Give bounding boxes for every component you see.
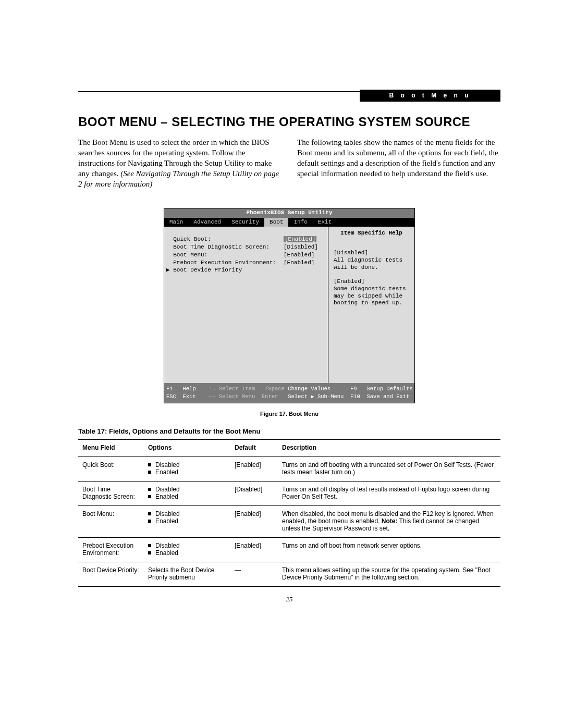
- footer-key-updown: ↑↓: [209, 385, 219, 393]
- th-options: Options: [144, 439, 230, 456]
- bios-row-value: [Enabled]: [284, 252, 328, 259]
- bios-tab-boot[interactable]: Boot: [264, 218, 288, 227]
- cell-description: Turns on and off booting with a truncate…: [278, 456, 500, 481]
- table-row: Boot Device Priority:Selects the Boot De…: [78, 562, 500, 586]
- cell-field: Boot Menu:: [78, 505, 144, 537]
- cell-default: [Enabled]: [230, 537, 278, 562]
- option-item: Enabled: [148, 493, 226, 500]
- footer-txt-defaults: Setup Defaults: [366, 385, 412, 393]
- th-menu-field: Menu Field: [78, 439, 144, 456]
- cell-default: [Enabled]: [230, 505, 278, 537]
- footer-txt-changevalues: Change Values: [288, 385, 350, 393]
- page-number: 25: [78, 595, 500, 603]
- bios-row-value: [284, 267, 328, 274]
- footer-txt-exit: Exit: [183, 393, 209, 401]
- bios-row-value: [Enabled]: [284, 236, 328, 243]
- cell-default: [Disabled]: [230, 481, 278, 505]
- option-item: Enabled: [148, 468, 226, 476]
- footer-key-f1: F1: [166, 385, 183, 393]
- option-item: Enabled: [148, 517, 226, 525]
- cell-options: DisabledEnabled: [144, 537, 230, 562]
- option-item: Disabled: [148, 486, 226, 493]
- th-description: Description: [278, 439, 500, 456]
- cell-field: Preboot Execution Environment:: [78, 537, 144, 562]
- footer-key-f10: F10: [350, 393, 367, 401]
- bios-footer: F1 Help ↑↓ Select Item -/Space Change Va…: [164, 383, 414, 402]
- option-item: Disabled: [148, 510, 226, 517]
- cell-options: DisabledEnabled: [144, 481, 230, 505]
- bios-row-label: ▶ Boot Device Priority: [166, 267, 284, 274]
- cell-description: This menu allows setting up the source f…: [278, 562, 500, 586]
- footer-txt-selectmenu: Select Menu: [219, 393, 262, 401]
- table-row: Preboot Execution Environment:DisabledEn…: [78, 537, 500, 562]
- cell-field: Boot Time Diagnostic Screen:: [78, 481, 144, 505]
- bios-tab-advanced[interactable]: Advanced: [188, 218, 226, 227]
- bios-row[interactable]: Preboot Execution Environment:[Enabled]: [166, 260, 328, 267]
- cell-field: Boot Device Priority:: [78, 562, 144, 586]
- bios-left-pane: Quick Boot:[Enabled] Boot Time Diagnosti…: [164, 227, 328, 383]
- cell-options: DisabledEnabled: [144, 456, 230, 481]
- cell-description: Turns on and off boot from network serve…: [278, 537, 500, 562]
- bios-row-label: Quick Boot:: [166, 236, 284, 243]
- cell-description: When disabled, the boot menu is disabled…: [278, 505, 500, 537]
- bios-row-label: Boot Time Diagnostic Screen:: [166, 244, 284, 251]
- bios-row[interactable]: Quick Boot:[Enabled]: [166, 236, 328, 243]
- bios-row[interactable]: Boot Menu:[Enabled]: [166, 252, 328, 259]
- option-item: Disabled: [148, 461, 226, 468]
- bios-help-title: Item Specific Help: [334, 230, 409, 237]
- table-title: Table 17: Fields, Options and Defaults f…: [78, 427, 500, 435]
- cell-description: Turns on and off display of test results…: [278, 481, 500, 505]
- bios-tabs: MainAdvancedSecurityBootInfoExit: [164, 218, 414, 227]
- cell-field: Quick Boot:: [78, 456, 144, 481]
- bios-tab-info[interactable]: Info: [288, 218, 312, 227]
- bios-tab-main[interactable]: Main: [164, 218, 188, 227]
- option-item: Enabled: [148, 549, 226, 557]
- footer-txt-help: Help: [183, 385, 209, 393]
- intro-left: The Boot Menu is used to select the orde…: [78, 138, 282, 190]
- footer-txt-selectitem: Select Item: [219, 385, 262, 393]
- cell-default: [Enabled]: [230, 456, 278, 481]
- table-row: Boot Time Diagnostic Screen:DisabledEnab…: [78, 481, 500, 505]
- footer-key-f9: F9: [350, 385, 367, 393]
- bios-tab-exit[interactable]: Exit: [313, 218, 337, 227]
- bios-help-text: [Disabled] All diagnostic tests will be …: [334, 250, 409, 307]
- bios-row-label: Preboot Execution Environment:: [166, 260, 284, 267]
- footer-txt-submenu: Select ▶ Sub-Menu: [288, 393, 350, 401]
- footer-key-space: -/Space: [262, 385, 288, 393]
- bios-row-value: [Disabled]: [284, 244, 328, 251]
- cell-options: DisabledEnabled: [144, 505, 230, 537]
- header-chip: B o o t M e n u: [360, 90, 500, 102]
- bios-panel: PhoenixBIOS Setup Utility MainAdvancedSe…: [164, 208, 415, 403]
- bios-row[interactable]: Boot Time Diagnostic Screen:[Disabled]: [166, 244, 328, 251]
- option-item: Disabled: [148, 542, 226, 549]
- bios-row-value: [Enabled]: [284, 260, 328, 267]
- footer-key-leftright: ←→: [209, 393, 219, 401]
- footer-txt-save: Save and Exit: [366, 393, 409, 401]
- figure-caption: Figure 17. Boot Menu: [78, 411, 500, 417]
- intro-columns: The Boot Menu is used to select the orde…: [78, 138, 500, 190]
- intro-right: The following tables show the names of t…: [297, 138, 500, 190]
- bios-title: PhoenixBIOS Setup Utility: [164, 208, 414, 218]
- th-default: Default: [230, 439, 278, 456]
- bios-help-pane: Item Specific Help [Disabled] All diagno…: [328, 227, 414, 383]
- bios-row-label: Boot Menu:: [166, 252, 284, 259]
- footer-key-enter: Enter: [262, 393, 288, 401]
- table-row: Boot Menu:DisabledEnabled[Enabled]When d…: [78, 505, 500, 537]
- footer-key-esc: ESC: [166, 393, 183, 401]
- table-row: Quick Boot:DisabledEnabled[Enabled]Turns…: [78, 456, 500, 481]
- options-table: Menu Field Options Default Description Q…: [78, 439, 500, 587]
- page-title: BOOT MENU – SELECTING THE OPERATING SYST…: [78, 115, 500, 129]
- cell-options: Selects the Boot Device Priority submenu: [144, 562, 230, 586]
- cell-default: —: [230, 562, 278, 586]
- bios-tab-security[interactable]: Security: [226, 218, 264, 227]
- bios-row[interactable]: ▶ Boot Device Priority: [166, 267, 328, 274]
